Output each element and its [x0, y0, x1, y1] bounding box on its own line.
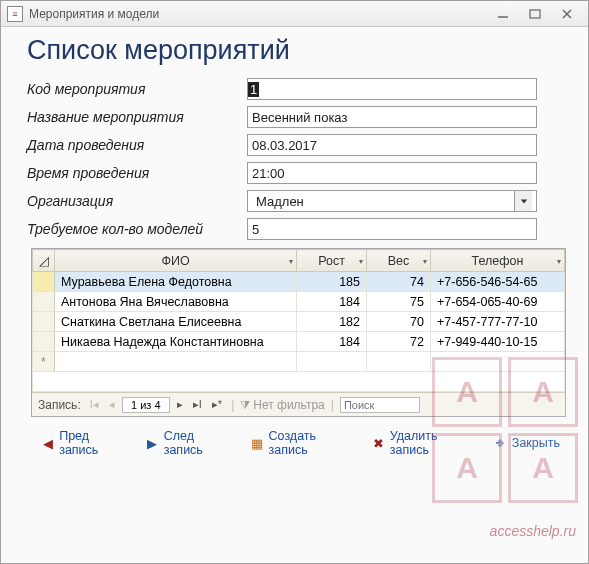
- nav-first-button[interactable]: I◂: [87, 398, 102, 411]
- title-bar: ≡ Мероприятия и модели: [1, 1, 588, 27]
- input-id[interactable]: 1: [248, 82, 259, 97]
- nav-position-input[interactable]: [122, 397, 170, 413]
- field-row-id: Код мероприятия 1: [27, 78, 570, 100]
- label-name: Название мероприятия: [27, 109, 247, 125]
- cell-height[interactable]: 185: [297, 272, 367, 292]
- new-record-icon: ▦: [250, 436, 263, 450]
- next-record-button[interactable]: ▶ След запись: [146, 429, 233, 457]
- arrow-right-icon: ▶: [146, 436, 159, 450]
- svg-rect-1: [530, 10, 540, 18]
- door-icon: ⎆: [493, 436, 507, 450]
- row-selector-header[interactable]: ◿: [33, 250, 55, 272]
- new-row[interactable]: *: [33, 352, 565, 372]
- nav-next-button[interactable]: ▸: [174, 398, 186, 411]
- app-icon: ≡: [7, 6, 23, 22]
- grid-blank-area: [33, 372, 565, 392]
- table-row[interactable]: Никаева Надежда Константиновна 184 72 +7…: [33, 332, 565, 352]
- field-row-date: Дата проведения: [27, 134, 570, 156]
- delete-icon: ✖: [372, 436, 385, 450]
- row-selector[interactable]: [33, 272, 55, 292]
- close-form-button[interactable]: ⎆ Закрыть: [493, 436, 560, 450]
- row-selector[interactable]: [33, 332, 55, 352]
- close-window-button[interactable]: [558, 7, 576, 21]
- watermark-text: accesshelp.ru: [490, 523, 576, 539]
- row-selector[interactable]: [33, 292, 55, 312]
- table-row[interactable]: Муравьева Елена Федотовна 185 74 +7-656-…: [33, 272, 565, 292]
- record-navigator: Запись: I◂ ◂ ▸ ▸I ▸* | ⧩ Нет фильтра |: [32, 392, 565, 416]
- page-title: Список мероприятий: [27, 35, 570, 66]
- input-time[interactable]: [247, 162, 537, 184]
- chevron-down-icon: [514, 191, 532, 211]
- delete-record-button[interactable]: ✖ Удалить запись: [372, 429, 475, 457]
- cell-phone[interactable]: +7-656-546-54-65: [431, 272, 565, 292]
- cell-height[interactable]: 184: [297, 292, 367, 312]
- grid-header-row: ◿ ФИО▾ Рост▾ Вес▾ Телефон▾: [33, 250, 565, 272]
- prev-record-button[interactable]: ◀ Пред запись: [41, 429, 128, 457]
- label-time: Время проведения: [27, 165, 247, 181]
- nav-last-button[interactable]: ▸I: [190, 398, 205, 411]
- nav-record-label: Запись:: [38, 398, 81, 412]
- combo-org-value: Мадлен: [252, 194, 514, 209]
- cell-phone[interactable]: +7-457-777-77-10: [431, 312, 565, 332]
- chevron-down-icon: ▾: [289, 256, 293, 265]
- cell-phone[interactable]: +7-949-440-10-15: [431, 332, 565, 352]
- field-row-time: Время проведения: [27, 162, 570, 184]
- col-header-fio[interactable]: ФИО▾: [55, 250, 297, 272]
- col-header-height[interactable]: Рост▾: [297, 250, 367, 272]
- window-controls: [494, 7, 582, 21]
- cell-weight[interactable]: 72: [367, 332, 431, 352]
- svg-marker-4: [520, 199, 526, 203]
- cell-weight[interactable]: 75: [367, 292, 431, 312]
- app-window: ≡ Мероприятия и модели Список мероприяти…: [0, 0, 589, 564]
- row-selector[interactable]: [33, 312, 55, 332]
- minimize-button[interactable]: [494, 7, 512, 21]
- label-org: Организация: [27, 193, 247, 209]
- nav-prev-button[interactable]: ◂: [106, 398, 118, 411]
- subform-grid: ◿ ФИО▾ Рост▾ Вес▾ Телефон▾ Муравьева Еле…: [31, 248, 566, 417]
- field-row-org: Организация Мадлен: [27, 190, 570, 212]
- col-header-weight[interactable]: Вес▾: [367, 250, 431, 272]
- create-record-button[interactable]: ▦ Создать запись: [250, 429, 353, 457]
- filter-icon: ⧩: [240, 398, 250, 412]
- input-count[interactable]: [247, 218, 537, 240]
- cell-height[interactable]: 182: [297, 312, 367, 332]
- combo-org[interactable]: Мадлен: [247, 190, 537, 212]
- maximize-button[interactable]: [526, 7, 544, 21]
- cell-fio[interactable]: Снаткина Светлана Елисеевна: [55, 312, 297, 332]
- input-name[interactable]: [247, 106, 537, 128]
- action-bar: ◀ Пред запись ▶ След запись ▦ Создать за…: [27, 417, 570, 457]
- content-area: Список мероприятий Код мероприятия 1 Наз…: [1, 27, 588, 463]
- chevron-down-icon: ▾: [359, 256, 363, 265]
- chevron-down-icon: ▾: [423, 256, 427, 265]
- cell-weight[interactable]: 70: [367, 312, 431, 332]
- label-id: Код мероприятия: [27, 81, 247, 97]
- input-date[interactable]: [247, 134, 537, 156]
- label-date: Дата проведения: [27, 137, 247, 153]
- field-row-name: Название мероприятия: [27, 106, 570, 128]
- filter-indicator[interactable]: ⧩ Нет фильтра: [240, 398, 325, 412]
- cell-weight[interactable]: 74: [367, 272, 431, 292]
- chevron-down-icon: ▾: [557, 256, 561, 265]
- search-input[interactable]: [340, 397, 420, 413]
- cell-fio[interactable]: Антонова Яна Вячеславовна: [55, 292, 297, 312]
- cell-phone[interactable]: +7-654-065-40-69: [431, 292, 565, 312]
- table-row[interactable]: Антонова Яна Вячеславовна 184 75 +7-654-…: [33, 292, 565, 312]
- new-row-icon[interactable]: *: [33, 352, 55, 372]
- window-title: Мероприятия и модели: [29, 7, 488, 21]
- nav-new-button[interactable]: ▸*: [209, 398, 225, 411]
- cell-fio[interactable]: Никаева Надежда Константиновна: [55, 332, 297, 352]
- label-count: Требуемое кол-во моделей: [27, 221, 247, 237]
- col-header-phone[interactable]: Телефон▾: [431, 250, 565, 272]
- arrow-left-icon: ◀: [41, 436, 54, 450]
- cell-height[interactable]: 184: [297, 332, 367, 352]
- field-row-count: Требуемое кол-во моделей: [27, 218, 570, 240]
- cell-fio[interactable]: Муравьева Елена Федотовна: [55, 272, 297, 292]
- table-row[interactable]: Снаткина Светлана Елисеевна 182 70 +7-45…: [33, 312, 565, 332]
